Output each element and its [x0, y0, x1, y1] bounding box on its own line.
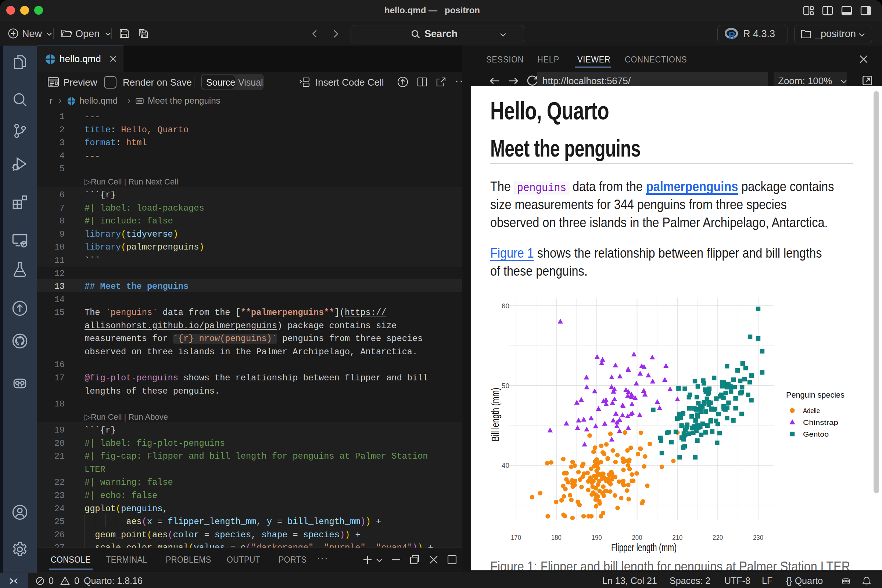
svg-text:Penguin species: Penguin species — [786, 390, 844, 399]
svg-text:Bill length (mm): Bill length (mm) — [489, 388, 501, 441]
svg-text:40: 40 — [502, 462, 509, 469]
svg-text:220: 220 — [712, 534, 723, 542]
svg-text:210: 210 — [672, 534, 682, 542]
svg-text:Flipper length (mm): Flipper length (mm) — [611, 542, 676, 553]
svg-text:Adelie: Adelie — [803, 407, 820, 414]
svg-text:200: 200 — [632, 534, 642, 542]
svg-text:60: 60 — [502, 302, 509, 310]
svg-text:50: 50 — [502, 382, 509, 390]
svg-text:170: 170 — [511, 534, 521, 542]
svg-text:R: R — [729, 30, 735, 40]
svg-text:230: 230 — [753, 534, 763, 542]
svg-text:180: 180 — [551, 534, 561, 542]
svg-text:190: 190 — [592, 534, 602, 542]
svg-text:Gentoo: Gentoo — [803, 430, 829, 438]
svg-text:Chinstrap: Chinstrap — [803, 418, 838, 426]
